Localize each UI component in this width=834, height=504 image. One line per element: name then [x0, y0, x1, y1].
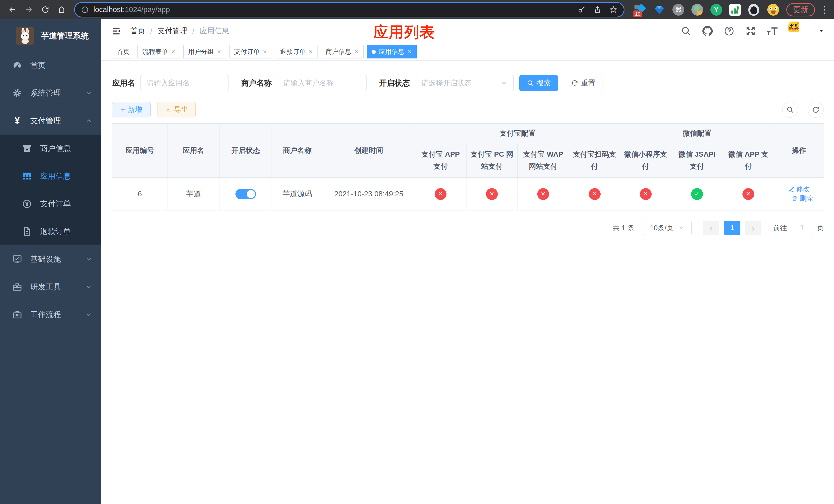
sidebar-item-label: 工作流程 [30, 310, 85, 320]
th-wx-app: 微信 APP 支付 [723, 143, 774, 178]
sidebar-item-label: 支付订单 [40, 199, 92, 209]
sidebar-item-label: 支付管理 [30, 116, 85, 126]
document-icon [21, 226, 33, 237]
app-header: 首页 / 支付管理 / 应用信息 应用列表 [101, 19, 834, 43]
extension-silhouette-icon[interactable] [748, 4, 760, 16]
user-avatar[interactable] [788, 22, 807, 41]
page-size-select[interactable]: 10条/页 [643, 221, 692, 235]
sidebar-item-infrastructure[interactable]: 基础设施 [0, 245, 101, 273]
monitor-icon [11, 254, 24, 264]
status-wx-mini: ✕ [640, 188, 652, 200]
profile-face-icon[interactable] [767, 4, 779, 16]
breadcrumb-home[interactable]: 首页 [130, 26, 145, 36]
extension-chart-icon[interactable] [729, 4, 741, 16]
goto-page-input[interactable] [792, 221, 812, 235]
help-icon[interactable] [724, 26, 734, 37]
tab-home[interactable]: 首页 [112, 45, 134, 59]
page-unit-label: 页 [817, 223, 824, 232]
prev-page-button[interactable]: ‹ [703, 221, 719, 235]
sidebar-item-merchant-info[interactable]: 商户信息 [0, 135, 101, 162]
sidebar-fold-icon[interactable] [111, 26, 122, 37]
sidebar-item-label: 商户信息 [40, 143, 92, 154]
status-alipay-qr: ✕ [589, 188, 601, 200]
close-icon[interactable]: ✕ [263, 49, 267, 55]
breadcrumb-payment[interactable]: 支付管理 [157, 26, 187, 36]
th-status: 开启状态 [220, 123, 272, 178]
font-size-icon[interactable]: TT [767, 25, 777, 37]
github-icon[interactable] [702, 26, 713, 37]
tab-flow-form[interactable]: 流程表单✕ [137, 45, 180, 59]
url-host: localhost [93, 5, 123, 14]
th-wechat-group: 微信配置 [620, 123, 774, 143]
search-button[interactable]: 搜索 [519, 75, 558, 91]
back-icon[interactable] [5, 3, 20, 17]
sidebar-item-payment[interactable]: ¥ 支付管理 [0, 107, 101, 135]
tab-pay-order[interactable]: 支付订单✕ [229, 45, 272, 59]
sidebar-item-label: 退款订单 [40, 226, 92, 237]
status-toggle[interactable] [236, 189, 256, 199]
chevron-down-icon [85, 283, 92, 291]
close-icon[interactable]: ✕ [308, 49, 313, 55]
sidebar-item-workflow[interactable]: 工作流程 [0, 301, 101, 328]
sidebar-item-label: 应用信息 [40, 171, 92, 182]
breadcrumb: 首页 / 支付管理 / 应用信息 [130, 26, 229, 36]
caret-down-icon[interactable] [818, 28, 824, 34]
browser-update-button[interactable]: 更新 [786, 3, 815, 17]
tab-user-group[interactable]: 用户分组✕ [183, 45, 226, 59]
sidebar-item-system[interactable]: 系统管理 [0, 79, 101, 107]
tab-refund-order[interactable]: 退款订单✕ [275, 45, 318, 59]
current-page-button[interactable]: 1 [724, 221, 740, 235]
next-page-button[interactable]: › [745, 221, 762, 235]
export-button[interactable]: 导出 [157, 102, 196, 117]
merchant-name-input[interactable] [277, 75, 367, 91]
status-select[interactable]: 请选择开启状态 [415, 75, 514, 91]
fullscreen-icon[interactable] [745, 26, 756, 37]
bookmark-star-icon[interactable] [609, 6, 618, 14]
tab-app-info[interactable]: 应用信息✕ [367, 45, 417, 59]
yen-icon: ¥ [11, 116, 24, 125]
page-info-icon[interactable] [81, 6, 89, 14]
sidebar-item-refund-order[interactable]: 退款订单 [0, 217, 101, 245]
sidebar-item-dev-tools[interactable]: 研发工具 [0, 273, 101, 301]
close-icon[interactable]: ✕ [354, 49, 359, 55]
close-icon[interactable]: ✕ [171, 49, 175, 55]
th-alipay-qr: 支付宝扫码支付 [569, 143, 620, 178]
breadcrumb-separator: / [192, 27, 194, 36]
breadcrumb-separator: / [150, 27, 152, 36]
close-icon[interactable]: ✕ [217, 49, 221, 55]
th-app-name: 应用名 [168, 123, 220, 178]
app-name-input[interactable] [140, 75, 229, 91]
toggle-search-button[interactable] [782, 102, 798, 118]
search-icon[interactable] [681, 26, 692, 37]
th-wx-mini: 微信小程序支付 [620, 143, 671, 178]
add-button[interactable]: + 新增 [112, 102, 151, 117]
extension-blocks-icon[interactable]: 10 [635, 4, 646, 16]
browser-menu-icon[interactable]: ⋮ [820, 5, 829, 14]
cell-app-id: 6 [112, 178, 168, 210]
th-merchant: 商户名称 [272, 123, 323, 178]
extension-gem-icon[interactable] [654, 4, 665, 16]
refresh-table-button[interactable] [808, 102, 824, 118]
briefcase-icon [11, 310, 24, 320]
extension-gray-icon[interactable] [692, 4, 703, 16]
sidebar-item-home[interactable]: 首页 [0, 51, 101, 79]
share-icon[interactable] [593, 6, 602, 14]
edit-button[interactable]: 修改 [788, 185, 810, 193]
reset-button[interactable]: 重置 [564, 75, 602, 91]
extension-y-icon[interactable]: Y [710, 4, 722, 16]
forward-icon[interactable] [22, 3, 36, 17]
password-key-icon[interactable] [577, 6, 586, 14]
app-logo[interactable]: 芋道管理系统 [0, 19, 101, 51]
address-bar[interactable]: localhost :1024/pay/app [75, 3, 624, 17]
delete-button[interactable]: 删除 [791, 194, 813, 203]
filter-form: 应用名 商户名称 开启状态 请选择开启状态 搜索 重置 [112, 75, 824, 91]
th-created: 创建时间 [323, 123, 415, 178]
extension-command-icon[interactable]: ⌘ [673, 4, 684, 16]
sidebar-item-pay-order[interactable]: 支付订单 [0, 190, 101, 217]
status-alipay-app: ✕ [435, 188, 446, 200]
close-icon[interactable]: ✕ [408, 49, 412, 55]
tab-merchant-info[interactable]: 商户信息✕ [321, 45, 364, 59]
reload-icon[interactable] [38, 3, 52, 17]
sidebar-item-app-info[interactable]: 应用信息 [0, 162, 101, 190]
home-icon[interactable] [54, 3, 69, 17]
